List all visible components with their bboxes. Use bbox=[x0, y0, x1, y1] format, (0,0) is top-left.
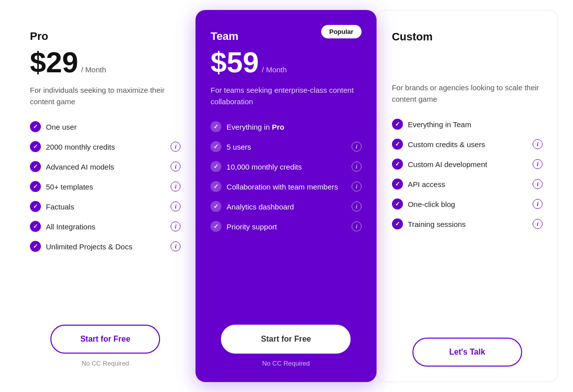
check-icon bbox=[392, 179, 403, 190]
price-row-team: $59 / Month bbox=[210, 48, 361, 77]
check-icon bbox=[30, 221, 41, 232]
info-icon[interactable]: i bbox=[352, 182, 362, 192]
feature-text: 2000 monthly credits bbox=[46, 143, 115, 151]
check-icon bbox=[30, 121, 41, 132]
feature-item: One-click blog i bbox=[392, 198, 543, 209]
info-icon[interactable]: i bbox=[171, 201, 181, 211]
check-icon bbox=[30, 141, 41, 152]
features-list-team: Everything in Pro 5 users i 10,000 month… bbox=[210, 121, 361, 305]
plan-description-custom: For brands or agencies looking to scale … bbox=[392, 82, 543, 105]
plan-description-team: For teams seeking enterprise-class conte… bbox=[210, 85, 361, 107]
plan-card-team: Popular Team $59 / Month For teams seeki… bbox=[195, 10, 376, 382]
feature-item: 5 users i bbox=[210, 141, 361, 152]
check-icon bbox=[392, 119, 403, 130]
cta-area-custom: Let's Talk bbox=[392, 338, 543, 367]
info-icon[interactable]: i bbox=[533, 199, 543, 209]
info-icon[interactable]: i bbox=[352, 221, 362, 231]
start-free-button-pro[interactable]: Start for Free bbox=[50, 325, 160, 354]
feature-item: Everything in Team bbox=[392, 119, 543, 130]
check-icon bbox=[210, 221, 221, 232]
feature-text: 50+ templates bbox=[46, 183, 93, 191]
price-spacer bbox=[392, 48, 543, 82]
feature-text: Training sessions bbox=[408, 220, 466, 228]
price-amount-team: $59 bbox=[210, 48, 259, 77]
features-list-pro: One user 2000 monthly credits i Advanced… bbox=[30, 121, 181, 305]
feature-item: Training sessions i bbox=[392, 218, 543, 229]
feature-item: One user bbox=[30, 121, 181, 132]
check-icon bbox=[392, 198, 403, 209]
feature-text: API access bbox=[408, 180, 445, 189]
feature-item: Custom AI development i bbox=[392, 159, 543, 170]
feature-text: Custom credits & users bbox=[408, 140, 485, 149]
feature-text: One-click blog bbox=[408, 200, 455, 208]
feature-item: Collaboration with team members i bbox=[210, 181, 361, 192]
plan-card-pro: Pro $29 / Month For individuals seeking … bbox=[15, 10, 195, 382]
info-icon[interactable]: i bbox=[352, 162, 362, 172]
info-icon[interactable]: i bbox=[352, 201, 362, 211]
info-icon[interactable]: i bbox=[171, 221, 181, 231]
feature-text: One user bbox=[46, 123, 77, 131]
price-row-pro: $29 / Month bbox=[30, 48, 181, 77]
price-period-pro: / Month bbox=[81, 65, 106, 74]
feature-text: Priority support bbox=[226, 222, 277, 231]
check-icon bbox=[30, 161, 41, 172]
feature-text: Custom AI development bbox=[408, 160, 487, 169]
check-icon bbox=[30, 241, 41, 252]
check-icon bbox=[210, 201, 221, 212]
plan-name-pro: Pro bbox=[30, 30, 181, 43]
price-period-team: / Month bbox=[262, 65, 287, 74]
info-icon[interactable]: i bbox=[533, 179, 543, 189]
no-cc-text-team: No CC Required bbox=[262, 360, 310, 367]
pricing-container: Pro $29 / Month For individuals seeking … bbox=[0, 0, 573, 392]
feature-text: Factuals bbox=[46, 202, 74, 211]
features-list-custom: Everything in Team Custom credits & user… bbox=[392, 119, 543, 318]
plan-name-custom: Custom bbox=[392, 30, 543, 43]
popular-badge: Popular bbox=[321, 25, 361, 38]
feature-item: API access i bbox=[392, 179, 543, 190]
feature-item: Priority support i bbox=[210, 221, 361, 232]
feature-item: 10,000 monthly credits i bbox=[210, 161, 361, 172]
feature-item: 2000 monthly credits i bbox=[30, 141, 181, 152]
feature-item: Unlimited Projects & Docs i bbox=[30, 241, 181, 252]
info-icon[interactable]: i bbox=[171, 142, 181, 152]
check-icon bbox=[210, 141, 221, 152]
price-amount-pro: $29 bbox=[30, 48, 78, 77]
start-free-button-team[interactable]: Start for Free bbox=[221, 325, 351, 354]
check-icon bbox=[210, 121, 221, 132]
feature-item: Analytics dashboard i bbox=[210, 201, 361, 212]
info-icon[interactable]: i bbox=[533, 159, 543, 169]
check-icon bbox=[392, 159, 403, 170]
feature-text: Unlimited Projects & Docs bbox=[46, 242, 132, 251]
plan-card-custom: Custom For brands or agencies looking to… bbox=[377, 10, 558, 382]
check-icon bbox=[392, 218, 403, 229]
feature-text: Collaboration with team members bbox=[226, 183, 338, 191]
info-icon[interactable]: i bbox=[171, 241, 181, 251]
feature-item: Custom credits & users i bbox=[392, 139, 543, 150]
feature-item: Everything in Pro bbox=[210, 121, 361, 132]
info-icon[interactable]: i bbox=[171, 162, 181, 172]
check-icon bbox=[210, 181, 221, 192]
feature-text: 10,000 monthly credits bbox=[226, 163, 302, 171]
check-icon bbox=[392, 139, 403, 150]
feature-text: 5 users bbox=[226, 143, 251, 151]
feature-text: Advanced AI models bbox=[46, 163, 114, 171]
lets-talk-button[interactable]: Let's Talk bbox=[412, 338, 522, 367]
no-cc-text-pro: No CC Required bbox=[81, 360, 129, 367]
info-icon[interactable]: i bbox=[171, 182, 181, 192]
feature-item: 50+ templates i bbox=[30, 181, 181, 192]
info-icon[interactable]: i bbox=[533, 219, 543, 229]
check-icon bbox=[30, 201, 41, 212]
cta-area-pro: Start for Free No CC Required bbox=[30, 325, 181, 367]
feature-item: All Integrations i bbox=[30, 221, 181, 232]
feature-item: Factuals i bbox=[30, 201, 181, 212]
feature-text: All Integrations bbox=[46, 222, 95, 231]
feature-text: Everything in Team bbox=[408, 120, 471, 129]
check-icon bbox=[30, 181, 41, 192]
info-icon[interactable]: i bbox=[352, 142, 362, 152]
check-icon bbox=[210, 161, 221, 172]
feature-text: Everything in Pro bbox=[226, 123, 284, 131]
info-icon[interactable]: i bbox=[533, 139, 543, 149]
feature-item: Advanced AI models i bbox=[30, 161, 181, 172]
feature-text: Analytics dashboard bbox=[226, 202, 294, 211]
cta-area-team: Start for Free No CC Required bbox=[210, 325, 361, 367]
